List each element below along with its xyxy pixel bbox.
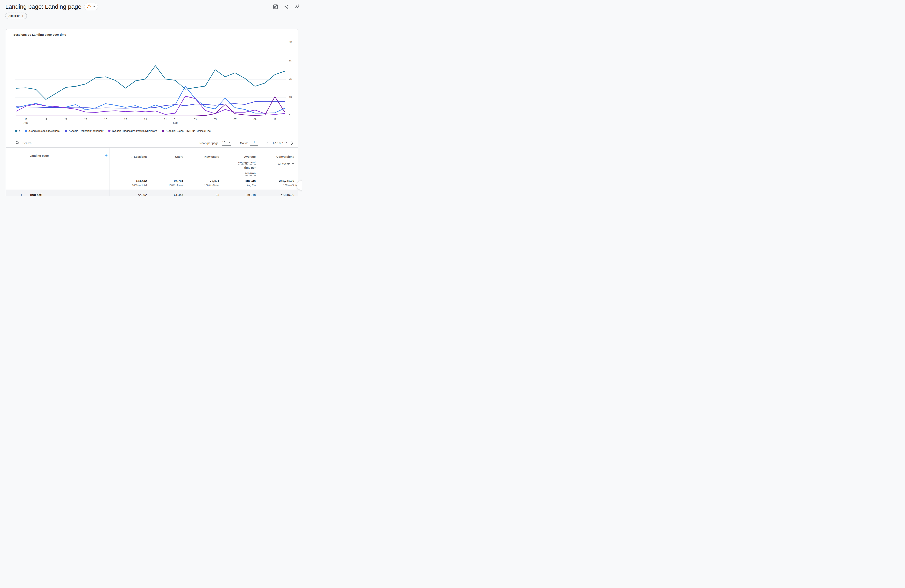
search-box [15,140,200,146]
table-controls: Rows per page: 10 Go to: 1 1-10 of 107 [6,139,298,148]
totals-users-sub: 100% of total [147,184,183,187]
x-axis-label: 05 [209,118,222,121]
row-users: 61,454 [147,190,183,196]
totals-new-users-sub: 100% of total [183,184,219,187]
row-landing-page: (not set) [30,193,42,196]
warning-triangle-icon [87,4,92,10]
y-axis-label: 2K [289,78,298,81]
row-index: 1 [21,193,22,196]
x-axis-label: 09 [249,118,262,121]
report-toolbar [273,4,300,10]
totals-avg-engagement-sub: Avg 0% [219,184,256,187]
conversions-event-filter[interactable]: All events [256,162,294,166]
pagination-range: 1-10 of 107 [273,141,287,145]
legend-dot-icon [15,130,17,132]
search-icon [15,140,20,146]
x-axis-label: 01Sep [169,118,182,124]
x-axis-label: 21 [59,118,72,121]
totals-dimension-cell [6,178,110,189]
edit-report-icon[interactable] [273,4,278,10]
rows-per-page-value: 10 [222,141,225,144]
dimension-header[interactable]: Landing page [30,154,49,157]
x-axis-label: 27 [119,118,132,121]
totals-new-users: 76,431 [183,178,219,183]
go-to-label: Go to: [240,141,248,145]
legend-label: /Google+Redesign/Lifestyle/Drinkware [112,129,157,132]
legend-item[interactable]: /Google+Global+5K+Run+Unisex+Tee [162,129,211,132]
rows-per-page-label: Rows per page: [200,141,219,145]
add-filter-label: Add filter [8,14,20,17]
totals-conversions: 241,741.00 [256,178,298,183]
legend-item[interactable]: /Google+Redesign/Lifestyle/Drinkware [108,129,157,132]
legend-dot-icon [65,130,67,132]
new-users-header[interactable]: New users [183,148,219,178]
totals-users: 94,781 [147,178,183,183]
totals-conversions-sub: 100% of total [256,184,298,187]
totals-row: 124,432 100% of total 94,781 100% of tot… [6,178,298,189]
x-axis-label: 07 [229,118,241,121]
series-line [16,66,285,100]
legend-label: /Google+Global+5K+Run+Unisex+Tee [166,129,211,132]
x-axis-label: 17Aug [19,118,32,124]
chevron-down-icon [93,6,95,7]
legend-item[interactable]: /Google+Redesign/Apparel [25,129,60,132]
data-quality-chip[interactable] [84,3,98,10]
x-axis-label: 25 [99,118,112,121]
chevron-down-icon [228,142,230,143]
chart-area: Sessions by Landing page over time 4K3K2… [6,29,298,148]
series-line [16,86,285,113]
chart-title: Sessions by Landing page over time [13,33,66,36]
add-filter-button[interactable]: Add filter + [5,13,27,19]
search-input[interactable] [22,141,83,145]
legend-label: /Google+Redesign/Apparel [29,129,60,132]
legend-label: / [19,129,20,132]
page-header: Landing page: Landing page [5,2,300,11]
row-avg-engagement: 0m 01s [219,190,256,196]
add-dimension-button[interactable]: + [105,153,108,158]
y-axis-label: 3K [289,59,298,63]
share-icon[interactable] [284,4,289,10]
chevron-down-icon [292,164,294,165]
conversions-filter-value: All events [278,162,290,166]
chart-legend: //Google+Redesign/Apparel/Google+Redesig… [15,129,211,132]
avg-engagement-header[interactable]: Average engagement time per session [219,148,256,178]
legend-label: /Google+Redesign/Stationery [69,129,103,132]
row-conversions: 51,815.00 [256,190,298,196]
series-line [16,96,285,114]
totals-sessions-sub: 100% of total [110,184,147,187]
plus-icon: + [22,14,24,18]
x-axis-label: 29 [139,118,152,121]
line-chart [15,43,286,117]
legend-item[interactable]: / [15,129,20,132]
rows-per-page-select[interactable]: 10 [222,141,231,146]
totals-avg-engagement: 1m 03s [219,178,256,183]
x-axis-label: 03 [189,118,202,121]
row-sessions: 72,002 [110,190,147,196]
table-header-row: Landing page + ↓Sessions Users New users… [6,148,298,178]
report-card: Sessions by Landing page over time 4K3K2… [6,29,298,196]
next-page-icon[interactable] [290,141,294,145]
x-axis-label: 19 [39,118,52,121]
legend-item[interactable]: /Google+Redesign/Stationery [65,129,103,132]
previous-page-icon[interactable] [265,141,270,145]
go-to-input[interactable]: 1 [250,141,258,146]
pager: 1-10 of 107 [265,141,294,145]
insights-icon[interactable] [295,4,300,10]
sort-descending-icon: ↓ [131,155,133,158]
page-title: Landing page: Landing page [5,3,81,10]
legend-dot-icon [162,130,164,132]
y-axis-label: 1K [289,96,298,99]
pagination-controls: Rows per page: 10 Go to: 1 1-10 of 107 [200,141,294,146]
table-row[interactable]: 1 (not set) 72,002 61,454 33 0m 01s 51,8… [6,190,298,196]
row-dimension-cell: 1 (not set) [6,190,110,196]
users-header[interactable]: Users [147,148,183,178]
totals-sessions: 124,432 [110,178,147,183]
x-axis-label: 11 [268,118,281,121]
x-axis-label: 23 [79,118,92,121]
sessions-header[interactable]: ↓Sessions [110,148,147,178]
conversions-header[interactable]: Conversions All events [256,148,298,178]
y-axis-label: 0 [289,114,298,118]
y-axis-label: 4K [289,41,298,44]
row-new-users: 33 [183,190,219,196]
legend-dot-icon [25,130,27,132]
